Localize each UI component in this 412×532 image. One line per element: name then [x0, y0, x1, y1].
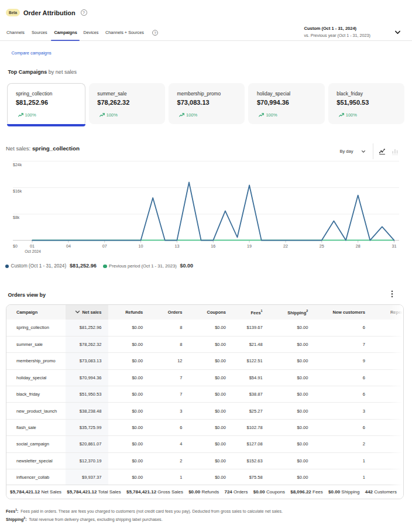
- svg-text:13: 13: [174, 243, 179, 249]
- svg-text:16: 16: [211, 243, 215, 249]
- svg-text:04: 04: [66, 243, 71, 249]
- svg-text:$24k: $24k: [13, 163, 22, 167]
- svg-text:31: 31: [392, 243, 397, 249]
- svg-text:Oct 2024: Oct 2024: [25, 249, 41, 253]
- svg-text:19: 19: [247, 243, 252, 249]
- svg-text:$8k: $8k: [13, 215, 20, 219]
- svg-text:10: 10: [139, 243, 143, 249]
- svg-text:07: 07: [102, 243, 107, 249]
- svg-text:01: 01: [30, 243, 35, 249]
- svg-text:$0: $0: [13, 244, 18, 248]
- svg-text:$16k: $16k: [13, 189, 22, 193]
- svg-text:22: 22: [283, 243, 288, 249]
- svg-text:25: 25: [320, 243, 324, 249]
- svg-text:28: 28: [356, 243, 360, 249]
